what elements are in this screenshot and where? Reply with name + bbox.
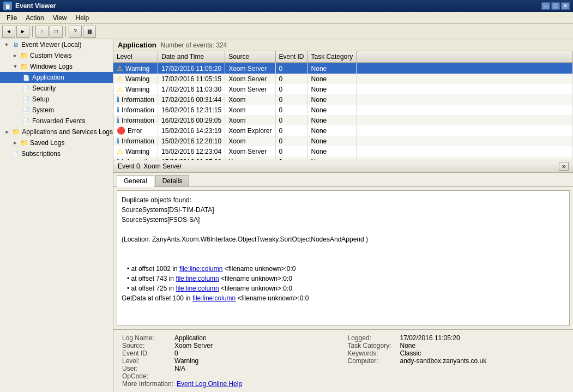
level-text: Information: [122, 96, 154, 104]
sidebar-item-application[interactable]: 📄 Application: [0, 72, 113, 83]
event-log-online-help-link[interactable]: Event Log Online Help: [177, 380, 242, 388]
table-row[interactable]: ℹInformation 15/02/2016 12:28:10 Xoom 0 …: [113, 136, 573, 146]
warn-icon: ⚠: [117, 85, 123, 93]
event-tbody: ⚠Warning 17/02/2016 11:05:20 Xoom Server…: [113, 63, 573, 160]
toolbar-properties[interactable]: ▦: [83, 26, 96, 38]
log-name-value: Application: [174, 334, 207, 342]
file-link-4[interactable]: file:line:column: [192, 294, 236, 302]
detail-content: Duplicate objects found: SourceSystems[D…: [113, 187, 573, 329]
table-row[interactable]: ℹInformation 16/02/2016 00:29:05 Xoom 0 …: [113, 115, 573, 125]
table-row[interactable]: ⚠Warning 15/02/2016 12:23:04 Xoom Server…: [113, 146, 573, 156]
col-level[interactable]: Level: [113, 51, 158, 63]
col-eventid[interactable]: Event ID: [275, 51, 307, 63]
table-row[interactable]: ℹInformation 15/02/2016 00:27:20 Xoom 0 …: [113, 156, 573, 160]
sidebar-forwarded-label: Forwarded Events: [32, 117, 85, 125]
cell-level: ⚠Warning: [113, 146, 158, 156]
event-table-container[interactable]: Level Date and Time Source Event ID Task…: [113, 51, 573, 160]
sidebar-custom-views[interactable]: ► 📁 Custom Views: [0, 50, 113, 61]
cell-level: ℹInformation: [113, 94, 158, 105]
sidebar-root[interactable]: ▼ 🖥 Event Viewer (Local): [0, 39, 113, 50]
cell-extra: [357, 115, 573, 125]
sidebar-item-setup[interactable]: 📄 Setup: [0, 94, 113, 105]
log-icon: 📄: [22, 73, 31, 82]
cell-datetime: 17/02/2016 00:31:44: [158, 94, 225, 105]
log-icon: 📄: [22, 84, 31, 93]
file-link-2[interactable]: file:line:column: [176, 275, 219, 282]
level-text: Warning: [125, 86, 149, 93]
cell-extra: [357, 156, 573, 160]
table-header-row: Level Date and Time Source Event ID Task…: [113, 51, 573, 63]
detail-close-button[interactable]: ✕: [559, 162, 569, 171]
toolbar-show-hide[interactable]: □: [50, 26, 63, 38]
user-label: User:: [122, 365, 171, 372]
toolbar-up[interactable]: ↑: [35, 26, 49, 38]
logged-label: Logged:: [348, 334, 397, 342]
menu-help[interactable]: Help: [71, 13, 94, 23]
expand-icon: ▼: [2, 40, 11, 49]
cell-category: None: [307, 63, 357, 74]
sidebar-windows-logs[interactable]: ▼ 📁 Windows Logs: [0, 61, 113, 72]
file-link-3[interactable]: file:line:column: [176, 285, 219, 292]
sidebar-item-forwarded[interactable]: 📄 Forwarded Events: [0, 116, 113, 126]
cell-eventid: 0: [275, 94, 307, 105]
field-event-id: Event ID: 0: [122, 349, 339, 357]
menu-action[interactable]: Action: [21, 13, 48, 23]
event-id-value: 0: [174, 349, 178, 357]
field-logged: Logged: 17/02/2016 11:05:20: [348, 334, 565, 342]
table-row[interactable]: ⚠Warning 17/02/2016 11:05:15 Xoom Server…: [113, 74, 573, 84]
cell-extra: [357, 63, 573, 74]
close-button[interactable]: ✕: [561, 2, 570, 10]
cell-level: 🔴Error: [113, 125, 158, 136]
field-keywords: Keywords: Classic: [348, 349, 565, 357]
table-row[interactable]: ℹInformation 17/02/2016 00:31:44 Xoom 0 …: [113, 94, 573, 105]
toolbar-forward[interactable]: ►: [16, 26, 29, 38]
app-icon: 📋: [3, 2, 12, 10]
table-row[interactable]: ℹInformation 16/02/2016 12:31:15 Xoom 0 …: [113, 105, 573, 115]
tab-general[interactable]: General: [117, 175, 154, 187]
titlebar-text: Event Viewer: [15, 2, 541, 10]
info-icon: ℹ: [117, 95, 119, 104]
toolbar-help[interactable]: ?: [69, 26, 82, 38]
field-source: Source: Xoom Server: [122, 342, 339, 349]
folder-icon: 📁: [11, 128, 20, 136]
field-group-right: Logged: 17/02/2016 11:05:20 Task Categor…: [348, 334, 565, 388]
info-icon: ℹ: [117, 116, 119, 124]
col-category[interactable]: Task Category: [307, 51, 357, 63]
sidebar-subscriptions-label: Subscriptions: [21, 150, 61, 158]
app-label: Application: [118, 41, 156, 49]
tab-details[interactable]: Details: [155, 175, 190, 186]
table-row[interactable]: 🔴Error 15/02/2016 14:23:19 Xoom Explorer…: [113, 125, 573, 136]
col-datetime[interactable]: Date and Time: [158, 51, 225, 63]
menu-view[interactable]: View: [49, 13, 71, 23]
expand-icon: ►: [11, 51, 20, 60]
detail-message[interactable]: Duplicate objects found: SourceSystems[D…: [117, 190, 570, 326]
table-row[interactable]: ⚠Warning 17/02/2016 11:05:20 Xoom Server…: [113, 63, 573, 74]
menu-file[interactable]: File: [2, 13, 21, 23]
detail-titlebar: Event 0, Xoom Server ✕: [113, 160, 573, 173]
toolbar: ◄ ► ↑ □ ? ▦: [0, 24, 573, 39]
maximize-button[interactable]: □: [551, 2, 560, 10]
sidebar-item-security[interactable]: 📄 Security: [0, 83, 113, 94]
sidebar-item-system[interactable]: 📄 System: [0, 105, 113, 116]
cell-datetime: 15/02/2016 14:23:19: [158, 125, 225, 136]
field-user: User: N/A: [122, 365, 339, 372]
cell-eventid: 0: [275, 63, 307, 74]
sidebar-windows-logs-label: Windows Logs: [30, 63, 73, 70]
toolbar-back[interactable]: ◄: [2, 26, 15, 38]
sidebar-app-services[interactable]: ► 📁 Applications and Services Logs: [0, 126, 113, 137]
minimize-button[interactable]: ─: [541, 2, 550, 10]
expand-icon: ▼: [11, 62, 20, 71]
cell-eventid: 0: [275, 125, 307, 136]
cell-datetime: 15/02/2016 12:28:10: [158, 136, 225, 146]
sidebar-saved-logs[interactable]: ► 📁 Saved Logs: [0, 137, 113, 148]
cell-source: Xoom: [225, 94, 275, 105]
cell-source: Xoom Server: [225, 74, 275, 84]
computer-label: Computer:: [348, 357, 397, 365]
col-source[interactable]: Source: [225, 51, 275, 63]
sidebar-setup-label: Setup: [32, 95, 49, 103]
sidebar-system-label: System: [32, 106, 54, 114]
table-row[interactable]: ⚠Warning 17/02/2016 11:03:30 Xoom Server…: [113, 84, 573, 94]
sidebar-subscriptions[interactable]: 📄 Subscriptions: [0, 148, 113, 159]
sidebar-root-label: Event Viewer (Local): [21, 41, 82, 49]
file-link-1[interactable]: file:line:column: [179, 265, 222, 273]
